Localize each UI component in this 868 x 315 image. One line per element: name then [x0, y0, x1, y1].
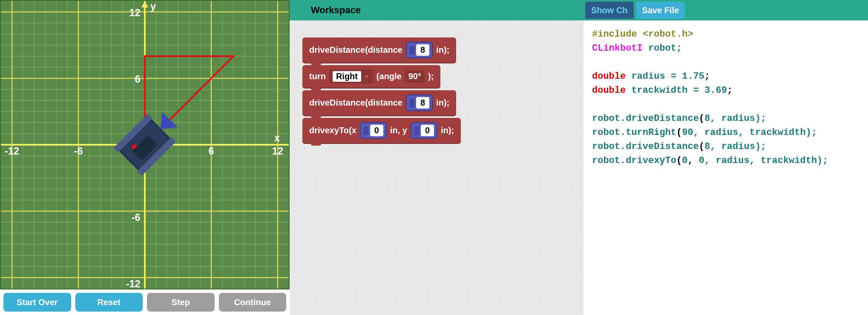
- block-label: driveDistance(distance: [309, 98, 402, 108]
- block-drivexyto[interactable]: drivexyTo(x 0 in, y 0 in);: [302, 118, 461, 143]
- block-label: turn: [309, 72, 326, 81]
- save-file-button[interactable]: Save File: [636, 2, 685, 19]
- code-token: drivexyTo: [626, 155, 676, 166]
- block-angle-input[interactable]: 90°: [405, 70, 425, 83]
- step-button[interactable]: Step: [147, 293, 215, 312]
- show-ch-button[interactable]: Show Ch: [585, 2, 634, 19]
- code-token: 0: [699, 155, 704, 166]
- code-token: , radius, trackwidth);: [704, 155, 828, 166]
- code-editor[interactable]: #include <robot.h> CLinkbotI robot; doub…: [583, 20, 868, 175]
- code-token: double: [592, 71, 626, 82]
- workspace-header: Workspace: [290, 0, 583, 20]
- code-token: robot.: [592, 141, 626, 152]
- tick-label: 12: [129, 7, 141, 18]
- code-token: driveDistance: [626, 113, 699, 124]
- block-drivedistance[interactable]: driveDistance(distance 8 in);: [302, 90, 456, 115]
- continue-button[interactable]: Continue: [219, 293, 287, 312]
- tick-label: 12: [272, 146, 283, 157]
- turn-direction-dropdown[interactable]: Right▼: [329, 69, 373, 83]
- code-token: CLinkbotI: [592, 43, 643, 54]
- code-token: robot.: [592, 113, 626, 124]
- tick-label: -6: [132, 212, 141, 223]
- code-token: trackwidth =: [626, 85, 704, 96]
- block-turn[interactable]: turn Right▼ (angle 90° );: [302, 65, 440, 88]
- code-token: turnRight: [626, 127, 676, 138]
- code-header: Show Ch Save File: [583, 0, 868, 20]
- tick-label: 6: [208, 146, 214, 157]
- code-token: ;: [704, 71, 710, 82]
- block-label: in, y: [390, 126, 407, 135]
- code-token: (: [699, 113, 704, 124]
- tick-label: -6: [74, 146, 83, 157]
- block-label: in);: [441, 126, 454, 135]
- block-label: in);: [436, 98, 449, 108]
- code-token: double: [592, 85, 626, 96]
- block-label: (angle: [377, 72, 402, 81]
- block-number-input[interactable]: 8: [406, 94, 433, 111]
- code-token: radius =: [626, 71, 682, 82]
- code-token: , radius);: [710, 141, 766, 152]
- workspace-panel[interactable]: Workspace driveDistance(distance 8 in); …: [290, 0, 583, 315]
- block-label: driveDistance(distance: [309, 45, 402, 55]
- code-token: 0: [682, 155, 687, 166]
- block-drivedistance[interactable]: driveDistance(distance 8 in);: [302, 37, 456, 63]
- code-token: (: [676, 155, 682, 166]
- block-number-input[interactable]: 8: [406, 42, 433, 58]
- code-token: (: [676, 127, 682, 138]
- block-number-input[interactable]: 0: [360, 122, 387, 139]
- block-stack: driveDistance(distance 8 in); turn Right…: [290, 20, 583, 163]
- code-token: (: [699, 141, 704, 152]
- reset-button[interactable]: Reset: [75, 293, 143, 312]
- code-token: 8: [704, 113, 710, 124]
- block-label: );: [428, 72, 434, 81]
- code-token: 90: [682, 127, 693, 138]
- code-token: ;: [727, 85, 733, 96]
- y-axis-label: y: [150, 1, 156, 12]
- code-token: 8: [704, 141, 710, 152]
- x-axis-label: x: [274, 132, 280, 143]
- control-bar: Start Over Reset Step Continue: [0, 289, 290, 315]
- code-token: robot.: [592, 155, 626, 166]
- tick-label: 6: [135, 74, 141, 85]
- block-number-input[interactable]: 0: [411, 122, 437, 139]
- code-panel: Show Ch Save File #include <robot.h> CLi…: [583, 0, 868, 315]
- code-token: #include <robot.h>: [592, 29, 693, 40]
- code-token: robot.: [592, 127, 626, 138]
- tick-label: -12: [5, 146, 19, 157]
- simulation-grid: x y -12 -6 6 12 12 6 -6 -12: [0, 0, 290, 289]
- tick-label: -12: [126, 278, 141, 289]
- block-label: drivexyTo(x: [309, 126, 356, 135]
- code-token: robot;: [643, 43, 682, 54]
- workspace-title: Workspace: [311, 5, 361, 16]
- code-token: , radius, trackwidth);: [693, 127, 817, 138]
- code-token: 1.75: [682, 71, 704, 82]
- block-label: in);: [436, 45, 449, 55]
- code-token: , radius);: [710, 113, 766, 124]
- chevron-down-icon: ▼: [364, 73, 370, 80]
- start-over-button[interactable]: Start Over: [3, 293, 71, 312]
- code-token: driveDistance: [626, 141, 699, 152]
- code-token: ,: [687, 155, 698, 166]
- code-token: 3.69: [704, 85, 727, 96]
